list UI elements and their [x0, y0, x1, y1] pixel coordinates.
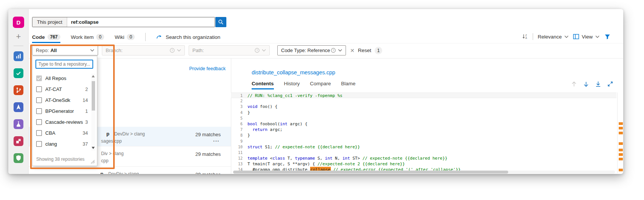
- code-token: typename: [295, 155, 315, 161]
- code-token: S,: [315, 155, 325, 161]
- code-token: int: [343, 155, 350, 161]
- branch-filter-label: Branch:: [106, 48, 123, 53]
- code-type-filter[interactable]: Code Type: Reference ?: [277, 45, 346, 55]
- code-token: class: [272, 155, 285, 161]
- code-token: }: [247, 132, 250, 138]
- file-tab-history[interactable]: History: [284, 81, 300, 89]
- search-scope-chip[interactable]: This project: [32, 17, 67, 27]
- artifacts-icon[interactable]: [14, 136, 23, 146]
- checkbox[interactable]: [36, 119, 42, 125]
- dropdown-scrollbar-thumb[interactable]: [92, 81, 95, 111]
- file-title-link[interactable]: distribute_collapse_messages.cpp: [252, 69, 335, 75]
- previous-match-icon[interactable]: [571, 81, 577, 87]
- match-marker[interactable]: [619, 158, 623, 160]
- code-line: 1// RUN: %clang_cc1 -verify -fopenmp %s: [231, 92, 616, 98]
- repo-match-count: 34: [83, 131, 88, 136]
- tab-wiki[interactable]: Wiki0: [115, 32, 135, 42]
- checkbox[interactable]: [36, 130, 42, 136]
- code-token: template: [247, 155, 267, 161]
- resize-handle-icon[interactable]: [91, 160, 95, 163]
- horizontal-scrollbar[interactable]: [233, 171, 615, 174]
- file-tab-compare[interactable]: Compare: [310, 81, 331, 89]
- reset-label: Reset: [358, 48, 371, 53]
- sidebar-divider: [14, 46, 23, 46]
- match-marker[interactable]: [619, 127, 623, 129]
- checkbox[interactable]: [36, 108, 42, 114]
- chevron-down-icon: [90, 49, 94, 52]
- code-token: struct: [247, 144, 263, 150]
- repo-option-at-onesdk[interactable]: AT-OneSdk14: [32, 95, 98, 106]
- sort-order-icon[interactable]: ZA: [522, 34, 528, 40]
- file-tab-blame[interactable]: Blame: [341, 81, 355, 89]
- row-context-menu-icon[interactable]: ···: [213, 138, 220, 144]
- line-number: 3: [231, 104, 247, 109]
- repo-search-input[interactable]: [35, 60, 93, 69]
- scroll-down-icon[interactable]: [92, 147, 95, 149]
- boards-icon[interactable]: [14, 68, 23, 78]
- tab-code[interactable]: Code767: [32, 32, 60, 42]
- provide-feedback-link[interactable]: Provide feedback: [189, 66, 226, 71]
- file-tab-contents[interactable]: Contents: [252, 81, 274, 89]
- expand-fullscreen-icon[interactable]: [607, 81, 613, 87]
- checkbox[interactable]: [36, 75, 42, 81]
- header-separator: [29, 43, 623, 43]
- checkbox[interactable]: [36, 86, 42, 92]
- security-shield-icon[interactable]: [14, 153, 23, 163]
- repo-option-bpgenerator[interactable]: BPGenerator1: [32, 106, 98, 117]
- result-row[interactable]: pDevDiv > clangages.cpp29 matches: [29, 167, 231, 174]
- match-marker[interactable]: [619, 122, 623, 125]
- code-token: int: [280, 121, 287, 127]
- tabs-divider: [145, 33, 146, 41]
- repo-option-all-repos[interactable]: All Repos: [32, 73, 98, 84]
- tab-work-item[interactable]: Work item0: [71, 32, 104, 42]
- match-marker[interactable]: [619, 132, 623, 134]
- repo-option-label: clang: [45, 141, 57, 147]
- checkbox[interactable]: [36, 141, 42, 147]
- next-match-icon[interactable]: [583, 81, 589, 87]
- code-token: foobool(: [258, 121, 280, 127]
- repo-option-label: BPGenerator: [45, 108, 74, 114]
- chevron-down-icon: [595, 35, 599, 38]
- search-organization-link[interactable]: Search this organization: [156, 34, 220, 40]
- scrollbar-thumb[interactable]: [233, 171, 508, 174]
- scroll-up-icon[interactable]: [92, 75, 95, 77]
- overview-icon[interactable]: [14, 51, 23, 61]
- repos-icon[interactable]: [14, 85, 23, 95]
- search-button[interactable]: [215, 17, 226, 27]
- filter-funnel-icon[interactable]: [604, 34, 610, 40]
- match-marker[interactable]: [619, 153, 623, 156]
- pipelines-icon[interactable]: [14, 102, 23, 112]
- chevron-down-icon: [262, 49, 266, 52]
- code-line: 2: [231, 98, 616, 104]
- match-marker[interactable]: [619, 169, 623, 171]
- line-number: 5: [231, 115, 247, 121]
- sort-by-dropdown[interactable]: Relevance: [538, 34, 569, 40]
- test-plans-icon[interactable]: [14, 119, 23, 129]
- view-dropdown[interactable]: View: [573, 34, 599, 40]
- repo-filter[interactable]: Repo: All: [32, 45, 98, 55]
- reset-filters-button[interactable]: ✕ Reset 1: [350, 45, 382, 55]
- code-type-filter-label: Code Type: Reference: [281, 48, 330, 53]
- project-avatar[interactable]: D: [13, 17, 24, 28]
- code-line: 3void foo() {: [231, 104, 616, 109]
- result-breadcrumb: DevDiv > clang: [108, 171, 139, 174]
- search-query-input[interactable]: [67, 17, 215, 27]
- repo-option-at-cat[interactable]: AT-CAT2: [32, 84, 98, 95]
- match-marker[interactable]: [619, 142, 623, 145]
- download-icon[interactable]: [595, 81, 601, 87]
- repo-option-clang[interactable]: clang37: [32, 138, 98, 149]
- repo-option-cascade-reviews[interactable]: Cascade-reviews3: [32, 117, 98, 128]
- product-sidebar: D +: [8, 9, 29, 174]
- add-project-icon[interactable]: +: [8, 32, 29, 42]
- checkbox[interactable]: [36, 97, 42, 103]
- result-line1: Div > clang: [101, 150, 124, 157]
- dropdown-scrollbar[interactable]: [91, 74, 95, 151]
- repo-option-cba[interactable]: CBA34: [32, 128, 98, 138]
- match-marker[interactable]: [619, 149, 623, 151]
- chevron-down-icon: [338, 49, 342, 52]
- svg-text:A: A: [525, 37, 527, 39]
- code-token: return: [252, 127, 267, 132]
- result-line1: pDevDiv > clang: [100, 170, 139, 174]
- code-viewer[interactable]: 1// RUN: %clang_cc1 -verify -fopenmp %s2…: [231, 92, 616, 174]
- repo-option-label: CBA: [45, 130, 55, 136]
